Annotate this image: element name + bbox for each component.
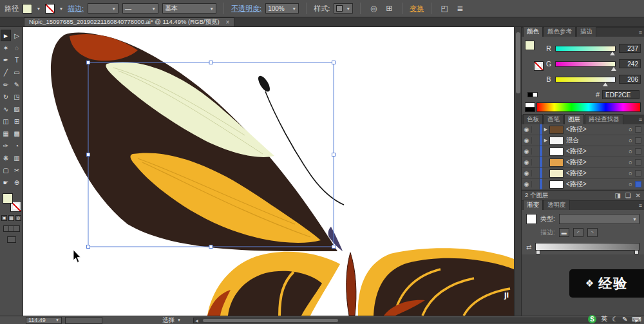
- zoom-tool-button[interactable]: ⊕: [12, 176, 22, 188]
- canvas-artboard[interactable]: ji: [23, 27, 514, 316]
- pen-tool-button[interactable]: ✒: [1, 54, 11, 66]
- visibility-eye-icon[interactable]: ◉: [522, 159, 532, 166]
- horizontal-scrollbar[interactable]: ◀ ▶: [193, 318, 640, 323]
- fill-proxy-swatch[interactable]: [525, 41, 535, 50]
- ime-language-label[interactable]: 英: [601, 314, 607, 323]
- screen-mode-button[interactable]: [7, 236, 16, 243]
- gradient-mode-button[interactable]: ▩: [8, 215, 14, 221]
- hex-value-field[interactable]: EDF2CE: [602, 90, 639, 99]
- layer-name[interactable]: <路径>: [566, 147, 626, 156]
- visibility-eye-icon[interactable]: ◉: [522, 181, 532, 187]
- selection-indicator[interactable]: [635, 148, 641, 155]
- transform-link[interactable]: 变换: [410, 4, 424, 14]
- layer-row[interactable]: ◉ <路径> ○: [522, 157, 644, 168]
- ime-keyboard-icon[interactable]: ⌨: [632, 316, 641, 323]
- perspective-grid-tool-button[interactable]: ⊞: [12, 115, 22, 127]
- layer-name[interactable]: <路径>: [566, 158, 626, 167]
- selection-handle[interactable]: [209, 245, 213, 249]
- selection-indicator[interactable]: [635, 181, 641, 187]
- artboard-navigation-dropdown[interactable]: [65, 317, 102, 324]
- layer-row[interactable]: ◉ <路径> ○: [522, 179, 644, 190]
- upper-wing-shape[interactable]: [51, 33, 337, 251]
- selection-handle[interactable]: [332, 61, 336, 64]
- tab-transparency[interactable]: 透明度: [544, 200, 570, 210]
- width-tool-button[interactable]: ∿: [1, 103, 11, 115]
- panel-menu-icon[interactable]: ≡: [639, 202, 642, 209]
- fill-swatch[interactable]: [23, 4, 32, 14]
- isolate-mode-icon[interactable]: ◰: [439, 3, 450, 14]
- tab-gradient[interactable]: 渐变: [523, 200, 543, 210]
- default-colors-icon[interactable]: [527, 92, 538, 97]
- target-circle-icon[interactable]: ○: [626, 137, 635, 144]
- selection-handle[interactable]: [332, 153, 336, 157]
- color-fill-stroke-proxy[interactable]: [525, 41, 545, 88]
- graph-tool-button[interactable]: ▥: [12, 152, 22, 164]
- black-white-swatches[interactable]: [525, 102, 535, 112]
- free-transform-tool-button[interactable]: ▧: [12, 103, 22, 115]
- selection-handle[interactable]: [332, 245, 336, 249]
- stroke-dropdown-arrow-icon[interactable]: ▼: [59, 3, 64, 14]
- layer-row[interactable]: ◉ ▶ 混合 ○: [522, 135, 644, 146]
- lasso-tool-button[interactable]: ◌: [12, 42, 22, 53]
- red-value-field[interactable]: 237: [619, 44, 641, 53]
- target-circle-icon[interactable]: ○: [626, 170, 635, 176]
- shape-builder-tool-button[interactable]: ◫: [1, 115, 11, 127]
- gradient-swatch[interactable]: [526, 214, 536, 224]
- stroke-gradient-within-icon[interactable]: ▬: [559, 228, 569, 237]
- type-tool-button[interactable]: T: [12, 54, 22, 66]
- layer-row[interactable]: ◉ <路径> ○: [522, 168, 644, 179]
- drawing-modes-button[interactable]: [3, 225, 20, 232]
- recolor-artwork-icon[interactable]: ◎: [368, 3, 379, 14]
- tab-stroke[interactable]: 描边: [576, 26, 596, 37]
- scale-tool-button[interactable]: ◳: [12, 91, 22, 102]
- line-tool-button[interactable]: ╱: [1, 66, 11, 78]
- pencil-tool-button[interactable]: ✎: [12, 79, 22, 90]
- rotate-tool-button[interactable]: ↻: [1, 91, 11, 102]
- gradient-stop[interactable]: [634, 250, 639, 254]
- tab-color-guide[interactable]: 颜色参考: [544, 26, 576, 37]
- brush-definition-dropdown[interactable]: 基本▼: [162, 3, 216, 14]
- symbol-sprayer-tool-button[interactable]: ❋: [1, 152, 11, 164]
- stroke-swatch[interactable]: [45, 4, 55, 14]
- lock-cell[interactable]: [532, 168, 540, 178]
- ime-moon-icon[interactable]: ☾: [612, 316, 618, 323]
- opacity-dropdown[interactable]: 100%▼: [265, 3, 299, 14]
- target-circle-icon[interactable]: ○: [626, 126, 635, 133]
- stroke-proxy-swatch[interactable]: [535, 62, 543, 70]
- ime-sogou-icon[interactable]: S: [588, 315, 596, 323]
- lock-cell[interactable]: [532, 157, 540, 167]
- arrange-icon[interactable]: ≣: [454, 3, 466, 14]
- vertical-scrollbar[interactable]: [514, 27, 522, 316]
- document-tab[interactable]: Nipic_15097685_20190221160840778000.ai* …: [24, 17, 234, 26]
- tab-brushes[interactable]: 画笔: [544, 114, 564, 124]
- direct-selection-tool-button[interactable]: ▷: [12, 30, 22, 41]
- fill-stroke-indicator[interactable]: [3, 193, 21, 211]
- mesh-tool-button[interactable]: ▦: [1, 128, 11, 139]
- stroke-gradient-along-icon[interactable]: ◜: [573, 228, 583, 237]
- layer-row[interactable]: ◉ ▶ <路径> ○: [522, 124, 644, 135]
- slice-tool-button[interactable]: ✂: [12, 164, 22, 176]
- butterfly-body[interactable]: [346, 253, 356, 316]
- reverse-gradient-icon[interactable]: ⇄: [526, 243, 531, 251]
- color-mode-button[interactable]: ■: [1, 215, 7, 221]
- blue-slider-thumb[interactable]: [603, 82, 608, 86]
- rectangle-tool-button[interactable]: ▭: [12, 66, 22, 78]
- close-icon[interactable]: ×: [226, 19, 230, 26]
- color-spectrum-bar[interactable]: [536, 102, 641, 112]
- visibility-eye-icon[interactable]: ◉: [522, 170, 532, 176]
- target-circle-icon[interactable]: ○: [626, 148, 635, 155]
- layer-name[interactable]: <路径>: [566, 169, 626, 178]
- selection-handle[interactable]: [209, 61, 213, 64]
- tab-layers[interactable]: 图层: [564, 114, 584, 124]
- selection-tool-button[interactable]: ►: [1, 30, 11, 41]
- magic-wand-tool-button[interactable]: ✶: [1, 42, 11, 53]
- layer-row[interactable]: ◉ <路径> ○: [522, 146, 644, 157]
- expand-chevron-icon[interactable]: ▶: [542, 127, 549, 132]
- antenna-club[interactable]: [256, 74, 272, 93]
- opacity-link[interactable]: 不透明度:: [231, 4, 261, 14]
- vertical-scrollbar-thumb[interactable]: [516, 32, 520, 93]
- stroke-weight-dropdown[interactable]: ▼: [88, 3, 118, 14]
- selection-handle[interactable]: [87, 245, 90, 249]
- make-clip-mask-icon[interactable]: ◨: [614, 192, 620, 199]
- selection-handle[interactable]: [87, 61, 90, 64]
